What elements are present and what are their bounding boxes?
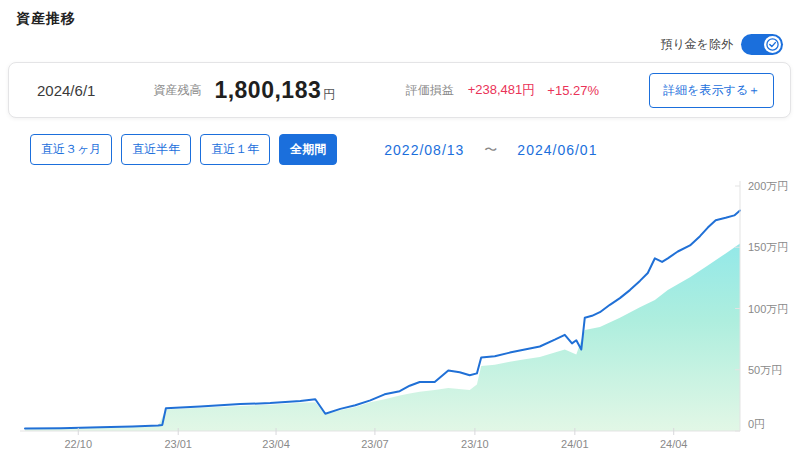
period-button-3months[interactable]: 直近３ヶ月 [30,134,112,165]
period-button-all[interactable]: 全期間 [279,134,337,165]
chart-area-series [25,244,740,431]
pl-label: 評価損益 [406,82,454,99]
y-tick-label: 100万円 [748,303,788,315]
y-tick-label: 0円 [748,418,765,430]
toggle-check-icon [764,36,781,53]
x-tick-label: 22/10 [65,438,93,450]
balance-label: 資産残高 [153,82,201,99]
pl-amount: +238,481円 [468,81,536,99]
range-tilde: 〜 [484,141,497,159]
x-tick-label: 23/10 [461,438,489,450]
balance-value: 1,800,183円 [214,77,335,104]
asset-chart: 0円50万円100万円150万円200万円22/1023/0123/0423/0… [0,173,799,454]
page-title: 資産推移 [16,10,76,26]
y-tick-label: 150万円 [748,241,788,253]
range-start-date[interactable]: 2022/08/13 [384,142,464,158]
x-tick-label: 23/01 [164,438,192,450]
y-tick-label: 200万円 [748,180,788,192]
period-button-1year[interactable]: 直近１年 [200,134,270,165]
period-button-halfyear[interactable]: 直近半年 [121,134,191,165]
toggle-row: 預り金を除外 [0,30,799,60]
summary-card: 2024/6/1 資産残高 1,800,183円 評価損益 +238,481円 … [8,62,791,118]
exclude-deposits-label: 預り金を除外 [660,36,733,53]
exclude-deposits-toggle[interactable] [741,34,783,55]
y-tick-label: 50万円 [748,364,782,376]
range-end-date[interactable]: 2024/06/01 [517,142,597,158]
x-tick-label: 24/04 [660,438,688,450]
balance-unit: 円 [323,87,336,101]
pl-percent: +15.27% [547,83,599,98]
summary-date: 2024/6/1 [37,82,95,99]
page-header: 資産推移 [0,0,799,30]
period-controls: 直近３ヶ月 直近半年 直近１年 全期間 2022/08/13 〜 2024/06… [30,134,799,165]
show-details-button[interactable]: 詳細を表示する＋ [649,73,774,108]
x-tick-label: 23/07 [361,438,389,450]
x-tick-label: 24/01 [561,438,589,450]
x-tick-label: 23/04 [262,438,290,450]
asset-chart-container: 0円50万円100万円150万円200万円22/1023/0123/0423/0… [0,173,799,454]
